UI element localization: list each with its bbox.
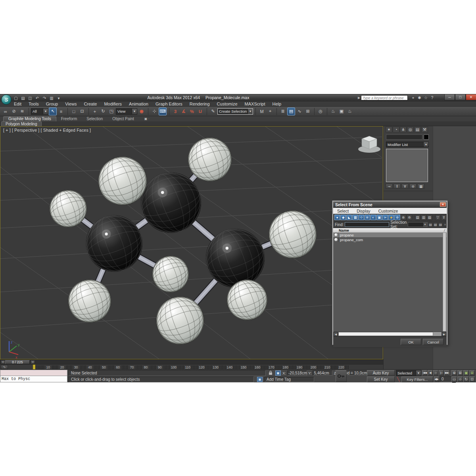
help-icon[interactable]: ? bbox=[429, 95, 435, 100]
name-column-header[interactable]: Name / bbox=[333, 228, 447, 232]
rendered-frame-window-icon[interactable]: ▣ bbox=[338, 107, 345, 115]
select-and-rotate-icon[interactable]: ↻ bbox=[99, 107, 107, 115]
angle-snap-icon[interactable]: ∡ bbox=[180, 107, 188, 115]
modifier-list-dropdown[interactable]: Modifier List ▼ bbox=[386, 142, 429, 147]
minimize-button[interactable]: ─ bbox=[444, 94, 455, 100]
search-arrow-icon[interactable]: ▶ bbox=[358, 96, 360, 100]
project-folder-icon[interactable]: ▥ bbox=[48, 95, 55, 101]
macro-recorder-pane[interactable] bbox=[0, 370, 67, 376]
object-color-swatch[interactable] bbox=[424, 134, 429, 140]
qat-customize-dropdown-icon[interactable]: ▾ bbox=[56, 95, 62, 101]
add-time-tag[interactable]: Add Time Tag bbox=[264, 377, 314, 382]
menu-item-help[interactable]: Help bbox=[269, 102, 285, 107]
find-input[interactable] bbox=[345, 222, 389, 227]
ribbon-tab-graphite-modeling-tools[interactable]: Graphite Modeling Tools bbox=[3, 116, 56, 121]
modifier-stack-list[interactable] bbox=[386, 149, 428, 182]
go-to-start-button[interactable]: |◀◀ bbox=[422, 370, 427, 376]
utilities-tab-icon[interactable]: ⚒ bbox=[421, 127, 428, 132]
menu-item-maxscript[interactable]: MAXScript bbox=[241, 102, 269, 107]
select-and-link-icon[interactable]: ∞ bbox=[2, 107, 10, 115]
bind-to-space-warp-icon[interactable]: ≋ bbox=[18, 107, 26, 115]
display-groups-icon[interactable]: ◐ bbox=[370, 215, 376, 220]
remove-modifier-button[interactable]: ⊖ bbox=[409, 184, 416, 189]
maxscript-mini-listener[interactable]: Max to Physc bbox=[0, 376, 67, 382]
viewport-label[interactable]: [ + ] [ Perspective ] [ Shaded + Edged F… bbox=[3, 128, 91, 132]
save-file-icon[interactable]: ◫ bbox=[27, 95, 33, 101]
rectangular-selection-region-icon[interactable]: □ bbox=[70, 107, 78, 115]
selection-lock-icon[interactable] bbox=[268, 370, 274, 376]
keyboard-shortcut-override-icon[interactable]: ⌨ bbox=[159, 107, 167, 115]
key-filters-button[interactable]: Key Filters... bbox=[401, 376, 433, 382]
sort-indicator-icon[interactable]: / bbox=[444, 228, 445, 232]
chevron-down-icon[interactable]: ▼ bbox=[416, 370, 421, 376]
restore-button[interactable]: □ bbox=[455, 94, 466, 100]
named-selection-sets-dropdown[interactable]: Create Selection Se▼ bbox=[217, 108, 253, 115]
collapse-all-icon[interactable]: ▥ bbox=[421, 215, 426, 220]
scrollbar-track[interactable] bbox=[338, 332, 441, 336]
search-input[interactable] bbox=[361, 95, 408, 100]
search-topics-icon[interactable]: ⌖ bbox=[410, 95, 416, 100]
add-to-set-icon[interactable]: ▤ bbox=[434, 222, 438, 227]
menu-item-views[interactable]: Views bbox=[61, 102, 80, 107]
zoom-extents-all-icon[interactable]: ⊞ bbox=[469, 370, 475, 376]
ribbon-tab-freeform[interactable]: Freeform bbox=[56, 117, 82, 121]
percent-snap-icon[interactable]: % bbox=[188, 107, 196, 115]
isolate-selection-icon[interactable]: ▣ bbox=[257, 377, 263, 382]
favorites-icon[interactable]: ☆ bbox=[423, 95, 429, 100]
menu-item-graph-editors[interactable]: Graph Editors bbox=[152, 102, 186, 107]
scroll-right-icon[interactable]: ▶ bbox=[442, 332, 446, 336]
motion-tab-icon[interactable]: ◎ bbox=[407, 127, 414, 132]
select-and-scale-icon[interactable]: ◳ bbox=[107, 107, 115, 115]
coordinate-input-x-[interactable]: -20,518cm bbox=[287, 370, 307, 376]
ribbon-minimize-icon[interactable]: ▣ · bbox=[144, 117, 149, 121]
filter-combinations-icon[interactable]: ⊽ bbox=[441, 215, 447, 220]
list-item-propane[interactable]: propane bbox=[333, 232, 447, 237]
display-helpers-icon[interactable]: ⊹ bbox=[359, 215, 364, 220]
filter-icon[interactable]: ▽ bbox=[435, 215, 441, 220]
expand-all-icon[interactable]: ▤ bbox=[415, 215, 420, 220]
play-selected-button[interactable]: |▷ bbox=[439, 370, 444, 376]
material-editor-icon[interactable]: ◎ bbox=[317, 107, 324, 115]
cancel-button[interactable]: Cancel bbox=[423, 339, 443, 345]
display-space-warps-icon[interactable]: ≋ bbox=[365, 215, 370, 220]
menu-item-animation[interactable]: Animation bbox=[125, 102, 152, 107]
key-mode-toggle-button[interactable]: ◀▶ bbox=[434, 376, 439, 382]
configure-modifier-sets-button[interactable]: ▦ bbox=[417, 184, 424, 189]
use-pivot-point-center-icon[interactable]: ◉ bbox=[138, 107, 146, 115]
auto-key-button[interactable]: Auto Key bbox=[367, 370, 395, 376]
dialog-title-bar[interactable]: Select From Scene ✕ bbox=[333, 202, 447, 208]
zoom-extents-icon[interactable]: ▣ bbox=[463, 370, 469, 376]
time-slider-handle[interactable]: 0 / 225 bbox=[5, 360, 30, 364]
curve-editor-icon[interactable]: ∿ bbox=[296, 107, 303, 115]
pin-stack-button[interactable]: ⊸ bbox=[386, 184, 393, 189]
set-keys-button[interactable] bbox=[336, 370, 347, 382]
dialog-menu-customize[interactable]: Customize bbox=[374, 209, 402, 213]
align-icon[interactable]: ⌖ bbox=[266, 107, 274, 115]
close-icon[interactable]: ✕ bbox=[440, 202, 446, 207]
mini-curve-editor-button[interactable]: ∿ bbox=[1, 365, 8, 369]
set-key-button[interactable]: Set Key bbox=[367, 376, 395, 382]
modify-tab-icon[interactable]: ◔ bbox=[393, 127, 399, 132]
chevron-down-icon[interactable]: ▼ bbox=[423, 142, 428, 147]
tab-polygon-modeling[interactable]: Polygon Modeling bbox=[1, 121, 42, 126]
create-tab-icon[interactable]: ✶ bbox=[386, 127, 392, 132]
pan-icon[interactable]: ⊹ bbox=[457, 376, 463, 382]
display-frozen-objects-icon[interactable]: ⊚ bbox=[394, 215, 400, 220]
play-button[interactable]: ▷ bbox=[433, 370, 438, 376]
scrollbar-thumb[interactable] bbox=[338, 332, 433, 336]
select-children-icon[interactable]: ⊕ bbox=[401, 215, 406, 220]
menu-item-rendering[interactable]: Rendering bbox=[186, 102, 213, 107]
coordinate-input-y-[interactable]: 5,464cm bbox=[313, 370, 332, 376]
list-item-propane-com[interactable]: propane_com bbox=[333, 237, 447, 242]
redo-icon[interactable]: ↷ bbox=[41, 95, 48, 101]
create-selection-set-icon[interactable]: ▤ bbox=[429, 222, 433, 227]
frame-number-input[interactable]: 0 bbox=[440, 376, 452, 382]
object-name-field[interactable] bbox=[386, 134, 422, 140]
dialog-menu-display[interactable]: Display bbox=[353, 209, 374, 213]
absolute-mode-toggle-icon[interactable]: ▣ bbox=[275, 370, 281, 376]
menu-item-customize[interactable]: Customize bbox=[213, 102, 241, 107]
display-geometry-icon[interactable]: ● bbox=[334, 215, 340, 220]
chevron-down-icon[interactable]: ▼ bbox=[248, 109, 253, 114]
graphite-ribbon-toggle-icon[interactable]: ▤ bbox=[287, 107, 295, 115]
unlink-selection-icon[interactable]: ⊘ bbox=[10, 107, 18, 115]
